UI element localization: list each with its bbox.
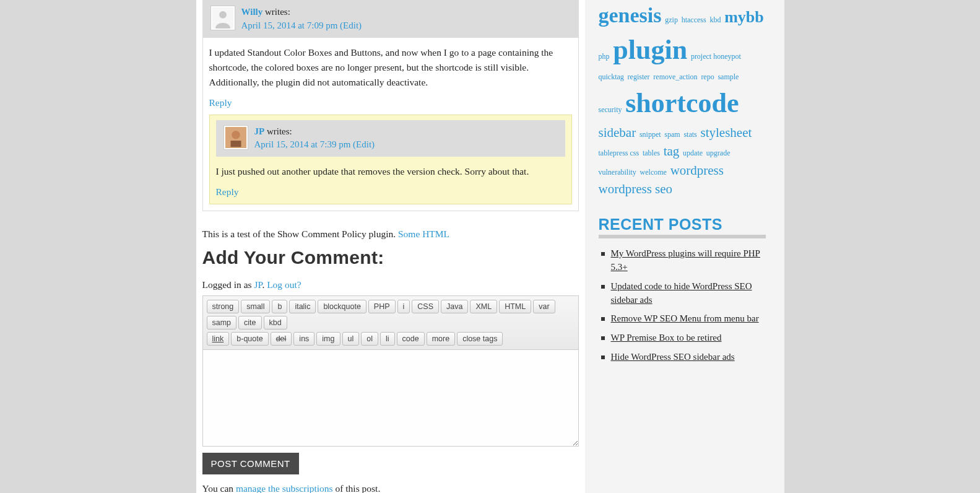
recent-post-item: WP Premise Box to be retired [601, 331, 766, 345]
quicktag-close-tags[interactable]: close tags [457, 332, 503, 346]
avatar [210, 6, 235, 30]
recent-post-link[interactable]: Updated code to hide WordPress SEO sideb… [611, 280, 766, 307]
manage-subscriptions-link[interactable]: manage the subscriptions [236, 483, 333, 493]
tag-spam[interactable]: spam [664, 130, 680, 139]
quicktag-more[interactable]: more [427, 332, 455, 346]
tag-repo[interactable]: repo [701, 72, 714, 81]
tag-remove_action[interactable]: remove_action [653, 72, 697, 81]
quicktag-code[interactable]: code [397, 332, 425, 346]
comment-body: I updated Standout Color Boxes and Butto… [209, 45, 572, 90]
comment-date-link[interactable]: April 15, 2014 at 7:39 pm [254, 139, 351, 149]
comment-edit-link[interactable]: (Edit) [340, 20, 362, 30]
recent-post-item: My WordPress plugins will require PHP 5.… [601, 247, 766, 274]
quicktag-HTML[interactable]: HTML [499, 300, 531, 313]
recent-post-item: Updated code to hide WordPress SEO sideb… [601, 280, 766, 307]
tag-mybb[interactable]: mybb [724, 8, 764, 26]
quicktag-blockquote[interactable]: blockquote [318, 300, 366, 313]
editor: strongsmallbitalicblockquotePHPiCSSJavaX… [202, 295, 579, 447]
quicktag-Java[interactable]: Java [441, 300, 468, 313]
avatar [223, 125, 248, 150]
quicktag-i[interactable]: i [397, 300, 410, 313]
comment-header: JP writes: April 15, 2014 at 7:39 pm (Ed… [216, 120, 565, 157]
quicktag-small[interactable]: small [241, 300, 270, 313]
reply-link[interactable]: Reply [216, 186, 239, 197]
tag-upgrade[interactable]: upgrade [706, 149, 731, 157]
policy-text: This is a test of the Show Comment Polic… [202, 229, 398, 239]
tag-gzip[interactable]: gzip [665, 15, 678, 24]
post-comment-button[interactable]: POST COMMENT [202, 453, 299, 474]
quicktag-PHP[interactable]: PHP [368, 300, 396, 313]
quicktag-del[interactable]: del [271, 332, 292, 346]
quicktag-CSS[interactable]: CSS [412, 300, 439, 313]
recent-post-item: Remove WP SEO Menu from menu bar [601, 312, 766, 326]
tag-snippet[interactable]: snippet [640, 130, 661, 139]
quicktag-cite[interactable]: cite [238, 316, 261, 329]
tag-tables[interactable]: tables [643, 149, 660, 157]
logout-link[interactable]: Log out? [267, 279, 301, 290]
recent-posts-list: My WordPress plugins will require PHP 5.… [599, 247, 766, 364]
tag-php[interactable]: php [599, 52, 610, 61]
tag-update[interactable]: update [683, 149, 703, 157]
comment-date-link[interactable]: April 15, 2014 at 7:09 pm [241, 20, 338, 30]
tag-quicktag[interactable]: quicktag [599, 72, 624, 81]
policy-link[interactable]: Some HTML [398, 229, 449, 239]
recent-post-link[interactable]: WP Premise Box to be retired [611, 331, 722, 345]
quicktag-strong[interactable]: strong [207, 300, 240, 313]
logged-in-user-link[interactable]: JP [254, 279, 262, 290]
quicktag-italic[interactable]: italic [289, 300, 316, 313]
quicktag-b[interactable]: b [272, 300, 287, 313]
comment-header: Willy writes: April 15, 2014 at 7:09 pm … [203, 1, 578, 38]
tag-tag[interactable]: tag [664, 144, 680, 159]
logged-in-prefix: Logged in as [202, 279, 254, 290]
quicktag-ol[interactable]: ol [361, 332, 378, 346]
comment: Willy writes: April 15, 2014 at 7:09 pm … [202, 0, 579, 211]
quicktag-ins[interactable]: ins [293, 332, 314, 346]
policy-line: This is a test of the Show Comment Polic… [202, 229, 579, 240]
recent-posts-heading: RECENT POSTS [599, 216, 766, 233]
sub-prefix: You can [202, 483, 236, 493]
tag-stylesheet[interactable]: stylesheet [701, 125, 752, 140]
tag-plugin[interactable]: plugin [613, 35, 687, 65]
recent-post-link[interactable]: Remove WP SEO Menu from menu bar [611, 312, 759, 326]
quicktags-toolbar: strongsmallbitalicblockquotePHPiCSSJavaX… [203, 296, 578, 350]
quicktag-b-quote[interactable]: b-quote [231, 332, 268, 346]
tag-sample[interactable]: sample [718, 72, 739, 81]
sub-suffix: of this post. [333, 483, 381, 493]
comment-body: I just pushed out another update that re… [216, 164, 565, 179]
logged-in-line: Logged in as JP. Log out? [202, 279, 579, 290]
tag-welcome[interactable]: welcome [640, 168, 667, 177]
svg-point-1 [219, 11, 227, 19]
quicktag-link[interactable]: link [207, 332, 230, 346]
tag-wordpress[interactable]: wordpress [670, 163, 724, 178]
comment-author-link[interactable]: Willy [241, 7, 263, 17]
tag-shortcode[interactable]: shortcode [625, 88, 739, 118]
quicktag-li[interactable]: li [380, 332, 395, 346]
quicktag-XML[interactable]: XML [470, 300, 497, 313]
comment-author-link[interactable]: JP [254, 126, 265, 136]
tag-project-honeypot[interactable]: project honeypot [691, 52, 741, 61]
tag-genesis[interactable]: genesis [599, 4, 662, 27]
tag-cloud: genesis gzip htaccess kbd mybb php plugi… [599, 0, 766, 198]
recent-post-link[interactable]: Hide WordPress SEO sidebar ads [611, 351, 735, 364]
quicktag-var[interactable]: var [533, 300, 555, 313]
tag-register[interactable]: register [628, 72, 650, 81]
quicktag-samp[interactable]: samp [207, 316, 237, 329]
tag-tablepress-css[interactable]: tablepress css [599, 149, 640, 157]
reply-link[interactable]: Reply [209, 97, 232, 108]
tag-htaccess[interactable]: htaccess [682, 15, 706, 24]
writes-label: writes: [262, 7, 290, 17]
comment-textarea[interactable] [203, 350, 578, 446]
quicktag-img[interactable]: img [316, 332, 340, 346]
writes-label: writes: [264, 126, 292, 136]
quicktag-ul[interactable]: ul [342, 332, 360, 346]
tag-kbd[interactable]: kbd [709, 15, 721, 24]
tag-security[interactable]: security [599, 105, 622, 114]
subscriptions-line: You can manage the subscriptions of this… [202, 483, 579, 493]
tag-stats[interactable]: stats [683, 130, 696, 139]
tag-wordpress-seo[interactable]: wordpress seo [599, 181, 673, 196]
quicktag-kbd[interactable]: kbd [264, 316, 287, 329]
recent-post-link[interactable]: My WordPress plugins will require PHP 5.… [611, 247, 766, 274]
comment-edit-link[interactable]: (Edit) [353, 139, 375, 149]
tag-vulnerability[interactable]: vulnerability [599, 168, 636, 177]
tag-sidebar[interactable]: sidebar [599, 125, 636, 140]
